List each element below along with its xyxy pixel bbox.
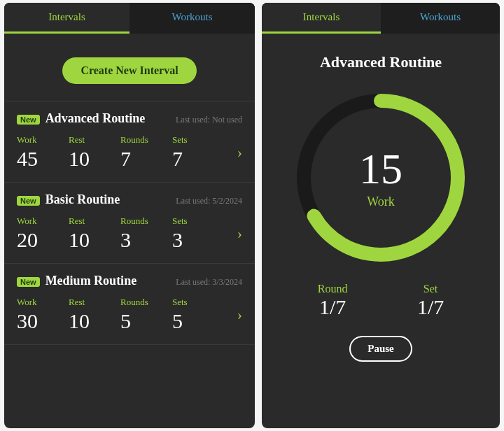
stat-work: Work45	[17, 134, 69, 171]
round-set-row: Round 1/7 Set 1/7	[262, 283, 500, 319]
timer-phase: Work	[367, 195, 395, 209]
stats-row: Work30 Rest10 Rounds5 Sets5 ›	[17, 297, 242, 333]
new-badge: New	[17, 196, 40, 206]
intervals-list-screen: Intervals Workouts Create New Interval N…	[4, 3, 255, 428]
stat-rest: Rest10	[69, 134, 120, 171]
card-title: Medium Routine	[46, 274, 137, 288]
stats-row: Work20 Rest10 Rounds3 Sets3 ›	[17, 216, 242, 252]
last-used-text: Last used: 3/3/2024	[176, 277, 242, 288]
interval-card[interactable]: New Advanced Routine Last used: Not used…	[4, 101, 255, 182]
round-display: Round 1/7	[318, 283, 348, 319]
pause-row: Pause	[262, 336, 500, 362]
create-new-interval-button[interactable]: Create New Interval	[62, 57, 196, 84]
timer-screen: Intervals Workouts Advanced Routine 15 W…	[262, 3, 500, 428]
card-title: Advanced Routine	[46, 111, 146, 126]
new-badge: New	[17, 277, 40, 287]
progress-ring: 15 Work	[262, 87, 500, 269]
pause-button[interactable]: Pause	[349, 336, 412, 362]
routine-title: Advanced Routine	[262, 53, 500, 71]
stat-rounds: Rounds3	[120, 216, 172, 252]
create-button-row: Create New Interval	[4, 34, 255, 101]
stat-rest: Rest10	[69, 297, 120, 333]
ring-center: 15 Work	[262, 87, 500, 269]
tab-workouts[interactable]: Workouts	[130, 3, 255, 34]
tab-bar: Intervals Workouts	[262, 3, 500, 34]
tab-bar: Intervals Workouts	[4, 3, 255, 34]
last-used-text: Last used: 5/2/2024	[176, 196, 242, 206]
card-header: New Basic Routine Last used: 5/2/2024	[17, 192, 242, 207]
interval-card[interactable]: New Basic Routine Last used: 5/2/2024 Wo…	[4, 182, 255, 263]
stat-rounds: Rounds5	[120, 297, 172, 333]
card-header: New Medium Routine Last used: 3/3/2024	[17, 274, 242, 288]
stat-rest: Rest10	[69, 216, 120, 252]
tab-workouts[interactable]: Workouts	[381, 3, 500, 34]
stat-sets: Sets5	[172, 297, 224, 333]
chevron-right-icon[interactable]: ›	[237, 143, 242, 162]
interval-card[interactable]: New Medium Routine Last used: 3/3/2024 W…	[4, 263, 255, 345]
stat-sets: Sets7	[172, 134, 224, 171]
stat-work: Work30	[17, 297, 69, 333]
card-title: Basic Routine	[46, 192, 120, 207]
stat-sets: Sets3	[172, 216, 224, 252]
stat-rounds: Rounds7	[120, 134, 172, 171]
tab-intervals[interactable]: Intervals	[262, 3, 381, 34]
timer-value: 15	[359, 147, 402, 190]
stats-row: Work45 Rest10 Rounds7 Sets7 ›	[17, 134, 242, 171]
stat-work: Work20	[17, 216, 69, 252]
set-display: Set 1/7	[417, 283, 444, 319]
last-used-text: Last used: Not used	[176, 115, 242, 125]
new-badge: New	[17, 115, 40, 125]
chevron-right-icon[interactable]: ›	[237, 306, 242, 324]
chevron-right-icon[interactable]: ›	[237, 225, 242, 243]
card-header: New Advanced Routine Last used: Not used	[17, 111, 242, 126]
tab-intervals[interactable]: Intervals	[4, 3, 130, 34]
